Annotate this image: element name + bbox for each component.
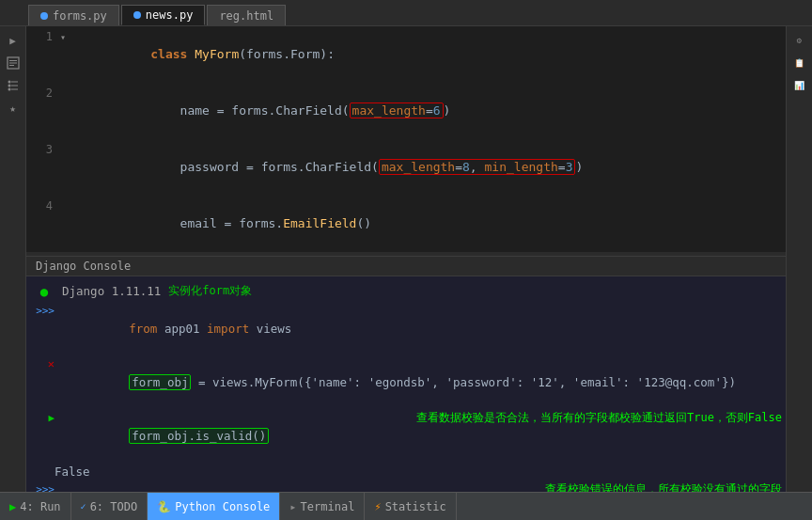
code-content-2: name = forms.CharField(max_length=6)	[73, 83, 786, 139]
class-bases: (forms.Form):	[239, 47, 335, 61]
status-todo[interactable]: ✓ 6: TODO	[71, 493, 148, 520]
class-name: MyForm	[195, 47, 239, 61]
console-false-output: False	[26, 463, 786, 481]
console-title: Django Console	[36, 260, 131, 273]
fold-icon-2	[60, 83, 73, 85]
isvalid-annotation: 查看数据校验是否合法，当所有的字段都校验通过返回True，否则False	[416, 409, 782, 427]
status-statistic[interactable]: ⚡ Statistic	[365, 493, 456, 520]
sidebar-fav-icon[interactable]: ★	[3, 98, 23, 118]
console-import-code: from app01 import views	[58, 302, 782, 355]
python-console-label: Python Console	[175, 500, 270, 513]
console-errors-code: form_obj.errors	[58, 481, 539, 492]
terminal-label: Terminal	[301, 500, 355, 513]
stat-icon: ⚡	[374, 500, 381, 513]
tab-forms-label: forms.py	[53, 9, 107, 23]
console-line-formobj: ✕ form_obj = views.MyForm({'name': 'egon…	[26, 355, 786, 409]
console-isvalid-code: form_obj.is_valid()	[58, 409, 411, 463]
status-run[interactable]: ▶ 4: Run	[0, 493, 71, 520]
prompt-1: >>>	[30, 302, 58, 320]
line-num-1: 1	[26, 26, 60, 46]
status-bar: ▶ 4: Run ✓ 6: TODO 🐍 Python Console ▸ Te…	[0, 492, 812, 520]
svg-rect-9	[11, 89, 18, 90]
sidebar-project-icon[interactable]	[3, 53, 23, 73]
errors-annotation: 查看校验错误的信息，所有校验没有通过的字段	[545, 481, 782, 492]
python-icon: 🐍	[157, 500, 171, 513]
console-line-errors: >>> form_obj.errors 查看校验错误的信息，所有校验没有通过的字…	[26, 481, 786, 492]
svg-rect-7	[11, 82, 18, 83]
console-area[interactable]: ● Django 1.11.11 实例化form对象 >>> from app0…	[26, 276, 786, 492]
todo-label: 6: TODO	[90, 500, 138, 513]
console-line-isvalid: ▶ form_obj.is_valid() 查看数据校验是否合法，当所有的字段都…	[26, 409, 786, 463]
console-formobj-code: form_obj = views.MyForm({'name': 'egonds…	[58, 355, 782, 409]
fold-icon-3	[60, 139, 73, 141]
max-length-highlight-2: max_length=6	[350, 102, 444, 118]
fold-icon-4	[60, 196, 73, 197]
right-sidebar-icon-2[interactable]: 📋	[789, 53, 810, 73]
terminal-icon: ▸	[289, 500, 296, 513]
svg-rect-1	[9, 60, 17, 61]
line-num-4: 4	[26, 196, 60, 215]
svg-point-4	[8, 81, 10, 84]
max-min-length-highlight: max_length=8, min_length=3	[379, 159, 576, 175]
status-terminal[interactable]: ▸ Terminal	[280, 493, 365, 520]
todo-icon: ✓	[81, 501, 86, 512]
svg-rect-8	[11, 86, 18, 87]
line-num-3: 3	[26, 139, 60, 159]
sidebar-right: ⚙ 📋 📊	[786, 26, 812, 492]
tab-reg-html[interactable]: reg.html	[207, 5, 286, 25]
svg-point-6	[8, 88, 10, 91]
keyword-class: class	[150, 47, 195, 61]
code-content-1: class MyForm(forms.Form):	[73, 26, 786, 83]
code-section: 1 ▾ class MyForm(forms.Form): 2 name = f…	[26, 26, 786, 252]
tab-news-py[interactable]: news.py	[121, 5, 206, 25]
tab-bar: forms.py news.py reg.html	[0, 0, 812, 26]
status-python-console[interactable]: 🐍 Python Console	[148, 493, 280, 520]
code-line-2: 2 name = forms.CharField(max_length=6)	[26, 83, 786, 139]
code-line-4: 4 email = forms.EmailField()	[26, 196, 786, 252]
right-sidebar-icon-1[interactable]: ⚙	[789, 30, 810, 51]
svg-point-5	[8, 85, 10, 87]
editor-area: 1 ▾ class MyForm(forms.Form): 2 name = f…	[26, 26, 786, 492]
code-line-3: 3 password = forms.CharField(max_length=…	[26, 139, 786, 196]
console-line-import: >>> from app01 import views	[26, 302, 786, 355]
django-version: Django 1.11.11	[58, 282, 161, 300]
line-num-2: 2	[26, 83, 60, 102]
prompt-4: >>>	[30, 481, 58, 492]
run-label: 4: Run	[20, 500, 60, 513]
fold-icon-1[interactable]: ▾	[60, 26, 73, 47]
svg-rect-3	[9, 65, 14, 66]
main-area: ▶ ★ 1 ▾ class MyForm(forms.Form): 2	[0, 26, 812, 492]
prompt-2: ✕	[30, 355, 58, 373]
instantiate-annotation: 实例化form对象	[168, 283, 252, 299]
console-header: Django Console	[26, 256, 786, 276]
run-icon: ▶	[9, 500, 16, 513]
isvalid-highlight: form_obj.is_valid()	[129, 428, 269, 444]
code-line-1: 1 ▾ class MyForm(forms.Form):	[26, 26, 786, 83]
tab-reg-label: reg.html	[219, 9, 273, 23]
django-run-icon: ●	[40, 284, 48, 299]
stat-label: Statistic	[385, 500, 446, 513]
sidebar-left: ▶ ★	[0, 26, 26, 492]
tab-forms-py[interactable]: forms.py	[28, 5, 119, 25]
code-content-4: email = forms.EmailField()	[73, 196, 786, 252]
right-sidebar-icon-3[interactable]: 📊	[789, 75, 810, 96]
code-content-3: password = forms.CharField(max_length=8,…	[73, 139, 786, 196]
tab-news-label: news.py	[146, 8, 194, 22]
sidebar-run-icon[interactable]: ▶	[3, 30, 23, 51]
prompt-3: ▶	[30, 409, 58, 427]
svg-rect-2	[9, 63, 17, 64]
formobj-highlight: form_obj	[129, 374, 191, 390]
sidebar-structure-icon[interactable]	[3, 75, 23, 96]
